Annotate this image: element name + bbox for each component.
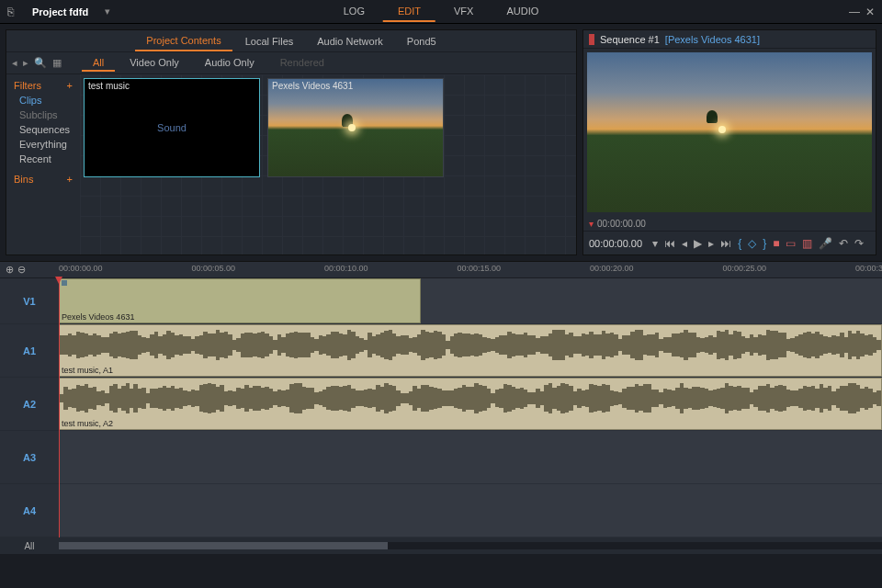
tab-pond5[interactable]: Pond5 <box>396 32 447 51</box>
track-header-a2[interactable]: A2 <box>0 378 59 431</box>
insert-icon[interactable]: ■ <box>773 237 779 250</box>
upper-panels: Project Contents Local Files Audio Netwo… <box>0 24 882 261</box>
sidebar-item-clips[interactable]: Clips <box>14 95 73 106</box>
ruler-mark: 00:00:20.00 <box>590 264 634 273</box>
jump-end-icon[interactable]: ⏭ <box>720 237 731 250</box>
tab-local-files[interactable]: Local Files <box>234 32 305 51</box>
close-icon[interactable]: ✕ <box>865 6 875 18</box>
sidebar-item-subclips[interactable]: Subclips <box>14 109 73 120</box>
tab-audio-network[interactable]: Audio Network <box>306 32 394 51</box>
sequence-source: [Pexels Videos 4631] <box>665 34 760 45</box>
clips-grid: test music Sound Pexels Videos 4631 <box>80 74 576 254</box>
zoom-out-icon[interactable]: ⊖ <box>17 264 26 276</box>
timeline-bottom-bar: All <box>0 537 882 554</box>
viewer-panel: Sequence #1 [Pexels Videos 4631] ▾00:00:… <box>582 29 876 255</box>
timeline-tracks: V1 A1 A2 A3 A4 Pexels Videos 4631 test m… <box>0 278 882 537</box>
sidebar-item-recent[interactable]: Recent <box>14 153 73 164</box>
play-icon[interactable]: ▶ <box>694 237 702 250</box>
viewer-header: Sequence #1 [Pexels Videos 4631] <box>583 30 876 49</box>
overwrite-icon[interactable]: ▭ <box>786 237 796 250</box>
clip-a2[interactable]: test music, A2 <box>59 378 882 430</box>
filter-all[interactable]: All <box>82 55 115 72</box>
browser-toolbar: ◂ ▸ 🔍 ▦ All Video Only Audio Only Render… <box>6 52 576 74</box>
viewer-mini-timecode: ▾00:00:00.00 <box>583 216 876 231</box>
workspace-tabs: LOG EDIT VFX AUDIO <box>329 2 554 22</box>
add-filter-icon[interactable]: + <box>67 80 73 91</box>
tab-project-contents[interactable]: Project Contents <box>135 31 232 51</box>
topbar: ⎘ Project fdfd ▾ LOG EDIT VFX AUDIO — ✕ <box>0 0 882 24</box>
clip-label: Pexels Videos 4631 <box>272 81 353 91</box>
viewer-canvas[interactable] <box>587 52 872 212</box>
tab-vfx[interactable]: VFX <box>439 2 488 22</box>
zoom-in-icon[interactable]: ⊕ <box>6 264 14 276</box>
redo-icon[interactable]: ↷ <box>854 237 864 250</box>
clip-label: test music <box>88 81 130 91</box>
playhead[interactable] <box>59 278 60 537</box>
clip-test-music[interactable]: test music Sound <box>84 78 260 177</box>
audio-icon[interactable]: 🎤 <box>819 237 832 250</box>
mark-in-icon[interactable]: { <box>738 237 741 250</box>
clip-v1[interactable]: Pexels Videos 4631 <box>59 278 421 323</box>
browser-sidebar: Filters+ Clips Subclips Sequences Everyt… <box>6 74 80 254</box>
viewer-controls: 00:00:00.00 ▾ ⏮ ◂ ▶ ▸ ⏭ { ◇ } ■ ▭ ▥ 🎤 ↶ … <box>583 231 876 254</box>
tab-edit[interactable]: EDIT <box>383 2 435 22</box>
clip-type-label: Sound <box>157 122 187 133</box>
search-icon[interactable]: 🔍 <box>34 57 47 69</box>
nav-back-icon[interactable]: ◂ <box>12 57 17 69</box>
ruler-mark: 00:00:10.00 <box>324 264 368 273</box>
viewer-timecode: 00:00:00.00 <box>589 238 642 249</box>
ripple-icon[interactable]: ▥ <box>802 237 812 250</box>
timeline-ruler[interactable]: ⊕ ⊖ 00:00:00.0000:00:05.0000:00:10.0000:… <box>0 262 882 278</box>
clip-a2-label: test music, A2 <box>62 419 113 428</box>
tab-log[interactable]: LOG <box>329 2 379 22</box>
speed-dropdown-icon[interactable]: ▾ <box>652 237 658 250</box>
project-dropdown[interactable]: ▾ <box>105 6 110 17</box>
mark-out-icon[interactable]: } <box>763 237 766 250</box>
clip-pexels-4631[interactable]: Pexels Videos 4631 <box>267 78 444 177</box>
undo-icon[interactable]: ↶ <box>839 237 848 250</box>
view-grid-icon[interactable]: ▦ <box>52 57 62 69</box>
media-browser: Project Contents Local Files Audio Netwo… <box>6 29 577 255</box>
sidebar-item-sequences[interactable]: Sequences <box>14 124 73 135</box>
tab-audio[interactable]: AUDIO <box>492 2 553 22</box>
ruler-mark: 00:00:30.00 <box>855 264 882 273</box>
nav-fwd-icon[interactable]: ▸ <box>23 57 28 69</box>
scrollbar-thumb[interactable] <box>59 542 388 549</box>
add-bin-icon[interactable]: + <box>67 174 73 185</box>
lane-a3[interactable] <box>59 431 882 484</box>
lane-a2[interactable]: test music, A2 <box>59 378 882 431</box>
clip-a1[interactable]: test music, A1 <box>59 324 882 377</box>
step-fwd-icon[interactable]: ▸ <box>708 237 714 250</box>
lane-v1[interactable]: Pexels Videos 4631 <box>59 278 882 324</box>
all-tracks-label[interactable]: All <box>0 541 59 551</box>
sidebar-bins-header: Bins+ <box>14 174 73 185</box>
track-header-a4[interactable]: A4 <box>0 484 59 537</box>
mark-clip-icon[interactable]: ◇ <box>748 237 756 250</box>
clip-v1-label: Pexels Videos 4631 <box>62 312 134 322</box>
ruler-mark: 00:00:15.00 <box>458 264 502 273</box>
filter-video[interactable]: Video Only <box>119 55 190 72</box>
ruler-mark: 00:00:25.00 <box>723 264 767 273</box>
sequence-name: Sequence #1 <box>600 34 660 45</box>
track-header-a1[interactable]: A1 <box>0 324 59 378</box>
track-header-v1[interactable]: V1 <box>0 278 59 324</box>
browser-tabs: Project Contents Local Files Audio Netwo… <box>6 30 576 52</box>
ruler-mark: 00:00:00.00 <box>59 264 103 273</box>
ruler-mark: 00:00:05.00 <box>192 264 236 273</box>
minimize-icon[interactable]: — <box>849 6 860 18</box>
timeline-scrollbar[interactable] <box>59 542 882 549</box>
lane-a1[interactable]: test music, A1 <box>59 324 882 378</box>
filter-audio[interactable]: Audio Only <box>194 55 266 72</box>
jump-start-icon[interactable]: ⏮ <box>664 237 675 250</box>
track-header-a3[interactable]: A3 <box>0 431 59 484</box>
sidebar-filters-header: Filters+ <box>14 80 73 91</box>
track-headers: V1 A1 A2 A3 A4 <box>0 278 59 537</box>
step-back-icon[interactable]: ◂ <box>682 237 687 250</box>
lane-a4[interactable] <box>59 484 882 537</box>
app-menu-icon[interactable]: ⎘ <box>7 6 14 18</box>
track-lanes[interactable]: Pexels Videos 4631 test music, A1 test m… <box>59 278 882 537</box>
sidebar-item-everything[interactable]: Everything <box>14 139 73 150</box>
filter-rendered[interactable]: Rendered <box>269 55 335 72</box>
timeline: ⊕ ⊖ 00:00:00.0000:00:05.0000:00:10.0000:… <box>0 261 882 554</box>
clip-a1-label: test music, A1 <box>62 366 113 375</box>
